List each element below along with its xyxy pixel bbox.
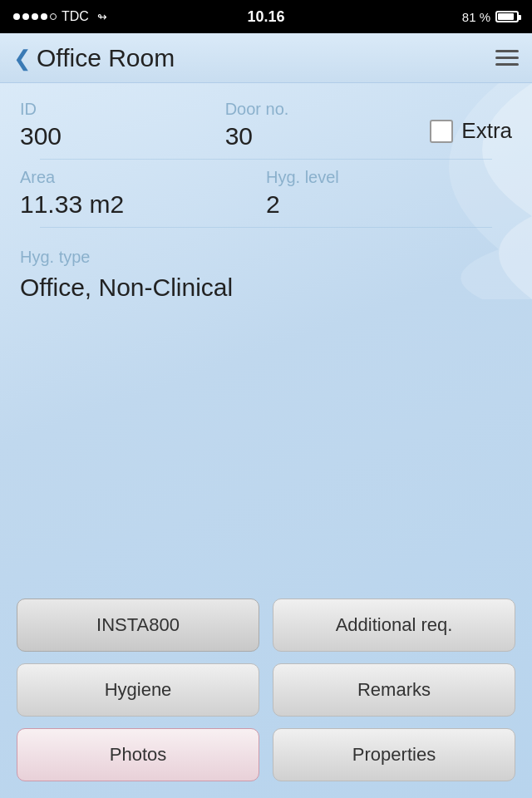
hamburger-line-1 <box>495 50 519 52</box>
hyg-type-label: Hyg. type <box>20 248 512 267</box>
back-chevron-icon: ❮ <box>13 47 32 69</box>
id-value: 300 <box>20 122 225 150</box>
menu-button[interactable] <box>495 50 519 66</box>
signal-dots <box>13 13 57 20</box>
properties-button[interactable]: Properties <box>273 728 515 781</box>
field-door-no: Door no. 30 <box>225 100 431 150</box>
row-id-door: ID 300 Door no. 30 Extra <box>20 100 512 150</box>
status-time: 10.16 <box>247 8 284 26</box>
area-label: Area <box>20 168 266 187</box>
door-no-value: 30 <box>225 122 431 150</box>
signal-dot-5 <box>50 13 57 20</box>
carrier-label: TDC <box>62 9 89 24</box>
wifi-icon: ↬ <box>97 10 107 23</box>
hamburger-line-3 <box>495 63 519 66</box>
battery-label: 81 % <box>462 10 490 24</box>
status-bar: TDC ↬ 10.16 81 % <box>0 0 532 33</box>
main-content: ID 300 Door no. 30 Extra Area 11.33 m2 H… <box>0 83 532 798</box>
field-hyg-level: Hyg. level 2 <box>266 168 512 219</box>
row-area-hyg: Area 11.33 m2 Hyg. level 2 <box>20 168 512 219</box>
field-extra: Extra <box>430 100 512 150</box>
back-button[interactable]: ❮ Office Room <box>13 44 175 72</box>
field-id: ID 300 <box>20 100 225 150</box>
hyg-type-value: Office, Non-Clinical <box>20 273 512 315</box>
hyg-type-section: Hyg. type Office, Non-Clinical <box>0 234 532 315</box>
buttons-section: INSTA800 Additional req. Hygiene Remarks… <box>0 598 532 781</box>
divider-2 <box>40 227 492 228</box>
battery-fill <box>498 13 514 20</box>
field-area: Area 11.33 m2 <box>20 168 266 219</box>
door-no-label: Door no. <box>225 100 431 119</box>
signal-dot-2 <box>22 13 29 20</box>
fields-section: ID 300 Door no. 30 Extra Area 11.33 m2 H… <box>0 83 532 228</box>
hyg-level-value: 2 <box>266 190 512 219</box>
battery-icon <box>495 11 519 22</box>
divider-1 <box>40 159 492 160</box>
insta800-button[interactable]: INSTA800 <box>17 598 259 652</box>
hyg-level-label: Hyg. level <box>266 168 512 187</box>
signal-dot-4 <box>41 13 47 20</box>
nav-bar: ❮ Office Room <box>0 33 532 83</box>
status-left: TDC ↬ <box>13 9 107 24</box>
signal-dot-1 <box>13 13 20 20</box>
remarks-button[interactable]: Remarks <box>273 663 515 717</box>
photos-button[interactable]: Photos <box>17 728 259 781</box>
nav-title: Office Room <box>37 44 175 72</box>
hamburger-line-2 <box>495 57 519 59</box>
additional-req-button[interactable]: Additional req. <box>273 598 515 652</box>
status-right: 81 % <box>462 10 519 24</box>
extra-label: Extra <box>461 118 512 144</box>
hygiene-button[interactable]: Hygiene <box>17 663 259 717</box>
extra-checkbox[interactable] <box>430 120 453 143</box>
area-value: 11.33 m2 <box>20 190 266 219</box>
signal-dot-3 <box>32 13 38 20</box>
id-label: ID <box>20 100 225 119</box>
